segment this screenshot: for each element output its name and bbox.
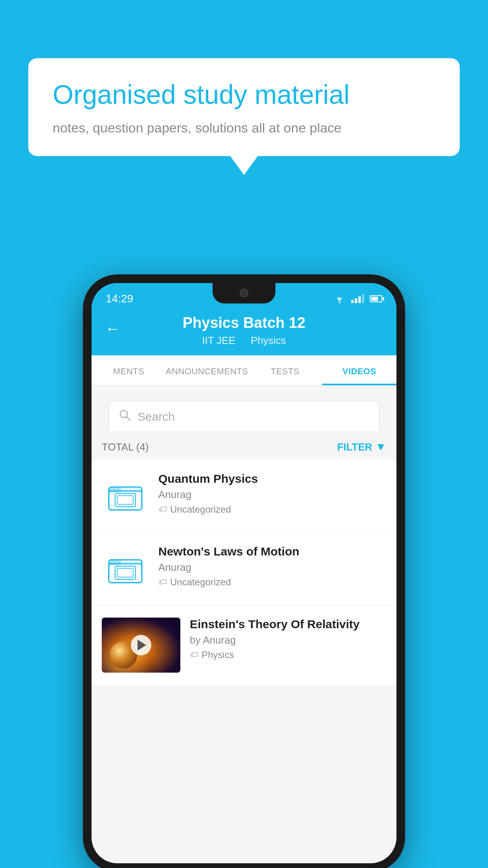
video-title: Newton's Laws of Motion [158, 545, 386, 558]
tag-icon: 🏷 [190, 650, 198, 660]
filter-button[interactable]: FILTER ▼ [337, 441, 386, 453]
svg-point-0 [339, 302, 340, 303]
status-bar: 14:29 [92, 283, 396, 314]
app-subtitle: IIT JEE Physics [92, 335, 396, 347]
filter-icon: ▼ [375, 441, 386, 453]
phone-screen: ← Physics Batch 12 IIT JEE Physics MENTS… [92, 283, 396, 863]
svg-line-2 [127, 417, 130, 420]
tab-videos[interactable]: VIDEOS [322, 355, 396, 385]
signal-icon [351, 294, 364, 303]
video-info: Einstein's Theory Of Relativity by Anura… [190, 618, 386, 660]
list-item[interactable]: Einstein's Theory Of Relativity by Anura… [92, 605, 396, 686]
notch [213, 283, 275, 303]
video-tag: 🏷 Physics [190, 649, 386, 660]
list-item[interactable]: Quantum Physics Anurag 🏷 Uncategorized [92, 460, 396, 532]
back-arrow[interactable]: ← [105, 320, 120, 337]
tab-tests[interactable]: TESTS [248, 355, 322, 385]
app-title: Physics Batch 12 [92, 314, 396, 331]
video-thumbnail [102, 618, 180, 673]
video-thumb [102, 545, 149, 592]
video-thumb [102, 472, 149, 519]
video-list: Quantum Physics Anurag 🏷 Uncategorized [92, 460, 396, 686]
speech-bubble: Organised study material notes, question… [28, 58, 460, 156]
search-icon [119, 409, 131, 425]
svg-rect-12 [117, 568, 133, 577]
tab-announcements[interactable]: ANNOUNCEMENTS [166, 355, 248, 385]
status-time: 14:29 [106, 292, 133, 305]
subtitle-right: Physics [251, 335, 286, 346]
svg-rect-10 [109, 560, 121, 565]
list-item[interactable]: Newton's Laws of Motion Anurag 🏷 Uncateg… [92, 532, 396, 605]
video-author: Anurag [158, 561, 386, 574]
status-icons [333, 294, 382, 303]
tag-icon: 🏷 [158, 504, 167, 515]
search-placeholder: Search [138, 410, 175, 423]
video-title: Einstein's Theory Of Relativity [190, 618, 386, 631]
subtitle-left: IIT JEE [202, 335, 235, 346]
speech-bubble-subtext: notes, question papers, solutions all at… [53, 120, 435, 136]
video-tag: 🏷 Uncategorized [158, 504, 386, 515]
play-button[interactable] [131, 635, 151, 655]
phone-frame: 14:29 [83, 274, 405, 868]
folder-icon [108, 478, 143, 513]
wifi-icon [333, 294, 346, 303]
tab-ments[interactable]: MENTS [92, 355, 166, 385]
play-icon [138, 640, 146, 651]
total-count: TOTAL (4) [102, 441, 149, 453]
speech-bubble-container: Organised study material notes, question… [28, 58, 460, 156]
tab-bar: MENTS ANNOUNCEMENTS TESTS VIDEOS [92, 355, 396, 386]
svg-rect-7 [117, 496, 133, 504]
folder-icon [108, 551, 143, 586]
video-author: Anurag [158, 489, 386, 501]
search-bar[interactable]: Search [109, 401, 379, 432]
video-title: Quantum Physics [158, 472, 386, 485]
tag-icon: 🏷 [158, 577, 167, 587]
svg-rect-5 [109, 487, 121, 493]
speech-bubble-heading: Organised study material [53, 79, 435, 111]
video-info: Quantum Physics Anurag 🏷 Uncategorized [158, 472, 386, 515]
filter-row: TOTAL (4) FILTER ▼ [92, 432, 396, 460]
battery-icon [370, 295, 382, 302]
video-info: Newton's Laws of Motion Anurag 🏷 Uncateg… [158, 545, 386, 588]
camera [240, 289, 248, 297]
video-author: by Anurag [190, 634, 386, 646]
video-tag: 🏷 Uncategorized [158, 577, 386, 588]
